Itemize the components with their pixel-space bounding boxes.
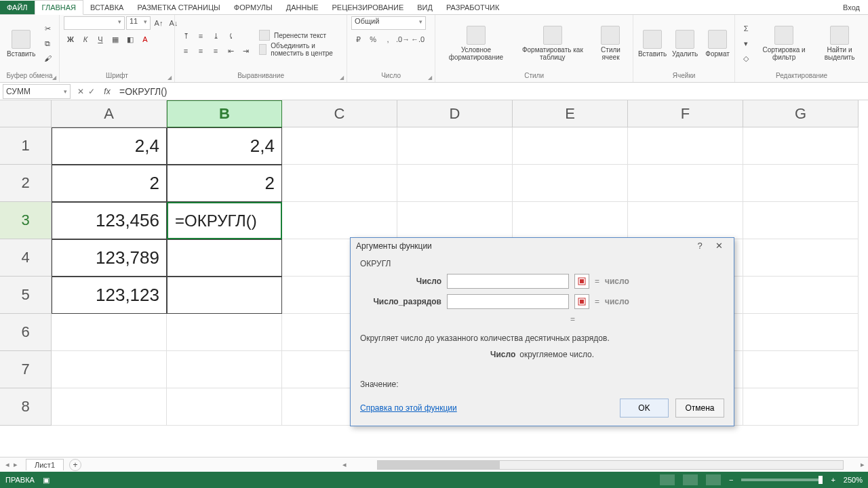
copy-button[interactable]: ⧉ (41, 37, 54, 50)
cell-G3[interactable] (743, 202, 859, 239)
cell-A6[interactable] (52, 314, 167, 351)
sheet-tab-active[interactable]: Лист1 (26, 459, 64, 470)
align-bottom-button[interactable]: ⤓ (209, 29, 222, 43)
zoom-in-button[interactable]: + (831, 476, 835, 484)
percent-button[interactable]: % (366, 33, 380, 46)
cell-A5[interactable]: 123,123 (52, 277, 167, 314)
fill-button[interactable]: ▾ (739, 37, 753, 50)
arg2-input[interactable] (447, 294, 569, 309)
col-header-E[interactable]: E (513, 100, 628, 127)
function-help-link[interactable]: Справка по этой функции (360, 403, 457, 413)
cell-B7[interactable] (167, 351, 282, 388)
cell-F3[interactable] (628, 202, 743, 239)
tab-insert[interactable]: ВСТАВКА (83, 1, 130, 14)
col-header-F[interactable]: F (628, 100, 743, 127)
format-cells-button[interactable]: Формат (703, 28, 732, 59)
dialog-launcher-icon[interactable]: ◢ (52, 75, 56, 81)
dialog-launcher-icon[interactable]: ◢ (428, 75, 432, 81)
tab-review[interactable]: РЕЦЕНЗИРОВАНИЕ (325, 1, 410, 14)
sheet-nav-first[interactable]: ◂ (5, 460, 9, 469)
zoom-level[interactable]: 250% (844, 476, 863, 484)
cell-C3[interactable] (282, 202, 397, 239)
cell-E1[interactable] (513, 127, 628, 165)
cell-G5[interactable] (743, 277, 859, 314)
arg2-range-picker[interactable] (574, 294, 589, 309)
cell-G8[interactable] (743, 388, 859, 426)
sign-in-link[interactable]: Вход (835, 1, 868, 14)
col-header-C[interactable]: C (282, 100, 397, 127)
cell-F1[interactable] (628, 127, 743, 165)
row-header-8[interactable]: 8 (0, 388, 52, 426)
align-center-button[interactable]: ≡ (194, 44, 208, 58)
increase-decimal-button[interactable]: .0→ (396, 33, 410, 46)
font-size-select[interactable]: 11 (126, 16, 151, 30)
arg1-input[interactable] (447, 274, 569, 289)
font-family-select[interactable] (64, 16, 125, 30)
cell-G4[interactable] (743, 239, 859, 277)
comma-style-button[interactable]: , (381, 33, 395, 46)
col-header-D[interactable]: D (397, 100, 513, 127)
tab-home[interactable]: ГЛАВНАЯ (35, 0, 83, 15)
dialog-launcher-icon[interactable]: ◢ (167, 75, 172, 81)
cell-G2[interactable] (743, 165, 859, 202)
page-layout-view-button[interactable] (683, 474, 698, 485)
format-painter-button[interactable]: 🖌 (41, 52, 54, 65)
decrease-indent-button[interactable]: ⇤ (224, 44, 237, 58)
cell-A8[interactable] (52, 388, 167, 426)
dialog-cancel-button[interactable]: Отмена (675, 399, 724, 418)
cell-B3[interactable]: =ОКРУГЛ() (167, 202, 282, 239)
normal-view-button[interactable] (660, 474, 675, 485)
borders-button[interactable]: ▦ (108, 33, 122, 46)
cell-styles-button[interactable]: Стили ячеек (593, 24, 629, 62)
cancel-formula-button[interactable]: ✕ (77, 87, 84, 96)
sort-filter-button[interactable]: Сортировка и фильтр (755, 24, 812, 62)
cell-G6[interactable] (743, 314, 859, 351)
cell-B1[interactable]: 2,4 (167, 127, 282, 165)
cell-A2[interactable]: 2 (52, 165, 167, 202)
paste-button[interactable]: Вставить (4, 28, 38, 59)
increase-font-button[interactable]: A↑ (152, 16, 165, 30)
cell-B4[interactable] (167, 239, 282, 277)
row-header-1[interactable]: 1 (0, 127, 52, 165)
tab-data[interactable]: ДАННЫЕ (279, 1, 326, 14)
dialog-launcher-icon[interactable]: ◢ (340, 75, 344, 81)
fill-color-button[interactable]: ◧ (123, 33, 137, 46)
add-sheet-button[interactable]: + (69, 459, 81, 471)
row-header-2[interactable]: 2 (0, 165, 52, 202)
tab-file[interactable]: ФАЙЛ (0, 1, 35, 14)
cell-F2[interactable] (628, 165, 743, 202)
row-header-4[interactable]: 4 (0, 239, 52, 277)
cell-D1[interactable] (397, 127, 513, 165)
dialog-close-button[interactable]: ✕ (709, 241, 728, 251)
sheet-nav-prev[interactable]: ▸ (14, 460, 18, 469)
currency-button[interactable]: ₽ (351, 33, 365, 46)
cell-E3[interactable] (513, 202, 628, 239)
wrap-text-button[interactable]: Перенести текст (259, 30, 342, 41)
select-all-corner[interactable] (0, 100, 52, 127)
tab-page-layout[interactable]: РАЗМЕТКА СТРАНИЦЫ (130, 1, 226, 14)
arg1-range-picker[interactable] (574, 274, 589, 289)
cell-A7[interactable] (52, 351, 167, 388)
find-select-button[interactable]: Найти и выделить (815, 24, 864, 62)
col-header-B[interactable]: B (167, 100, 282, 127)
cell-D2[interactable] (397, 165, 513, 202)
cell-C1[interactable] (282, 127, 397, 165)
cell-B6[interactable] (167, 314, 282, 351)
tab-view[interactable]: ВИД (410, 1, 439, 14)
insert-cells-button[interactable]: Вставить (637, 28, 667, 59)
increase-indent-button[interactable]: ⇥ (239, 44, 252, 58)
formula-input[interactable]: =ОКРУГЛ() (115, 86, 868, 97)
orientation-button[interactable]: ⤹ (224, 29, 237, 43)
merge-center-button[interactable]: Объединить и поместить в центре (259, 42, 342, 57)
autosum-button[interactable]: Σ (739, 22, 753, 35)
cell-A1[interactable]: 2,4 (52, 127, 167, 165)
zoom-slider[interactable] (741, 479, 823, 481)
clear-button[interactable]: ◇ (739, 52, 753, 65)
cell-D3[interactable] (397, 202, 513, 239)
hscroll-thumb[interactable] (378, 461, 500, 469)
row-header-7[interactable]: 7 (0, 351, 52, 388)
tab-developer[interactable]: РАЗРАБОТЧИК (439, 1, 506, 14)
align-right-button[interactable]: ≡ (209, 44, 222, 58)
cell-G1[interactable] (743, 127, 859, 165)
font-color-button[interactable]: A (138, 33, 152, 46)
